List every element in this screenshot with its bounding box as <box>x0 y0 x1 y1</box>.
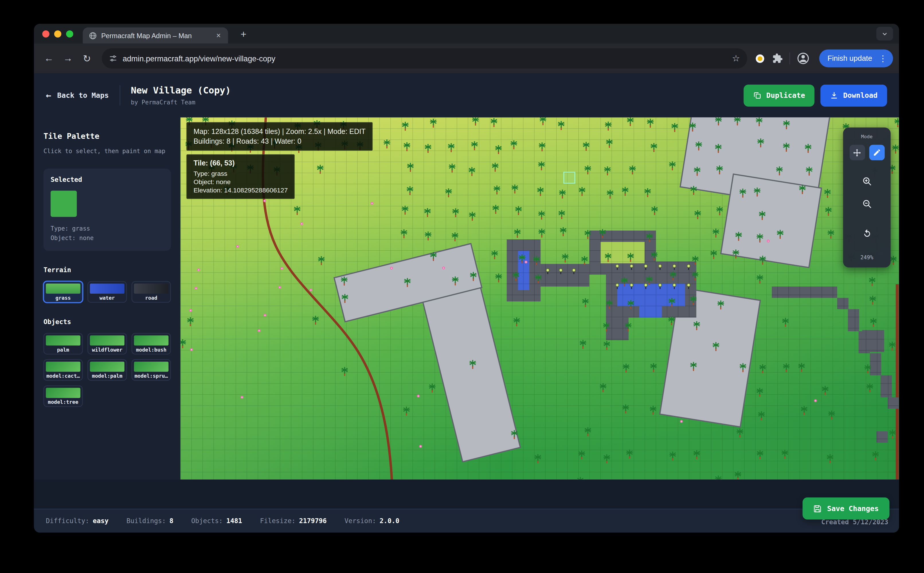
duplicate-label: Duplicate <box>766 91 805 100</box>
objects-value: 1481 <box>226 517 242 525</box>
chevron-down-icon <box>881 30 888 37</box>
extension-badge-icon[interactable] <box>754 53 765 64</box>
app-footer: Created 5/12/2023 Difficulty:easy Buildi… <box>34 479 899 532</box>
profile-avatar-icon[interactable] <box>796 52 810 65</box>
back-to-maps-label: Back to Maps <box>57 91 109 100</box>
permacraft-app: ← Back to Maps New Village (Copy) by Per… <box>34 74 899 533</box>
download-icon <box>830 91 838 100</box>
tile-coords: Tile: (66, 53) <box>194 159 288 168</box>
globe-favicon-icon <box>89 31 97 39</box>
object-button-wildflower[interactable]: wildflower <box>87 333 127 354</box>
tile-object: Object: none <box>194 177 288 186</box>
download-label: Download <box>843 91 877 100</box>
tile-elevation: Elevation: 14.108295288606127 <box>194 186 288 194</box>
selected-type: Type: grass <box>51 225 164 232</box>
object-button-model-palm[interactable]: model:palm <box>87 359 127 381</box>
address-bar[interactable]: admin.permacraft.app/view/new-village-co… <box>102 48 747 69</box>
rotate-ccw-icon <box>862 229 872 239</box>
palette-title: Tile Palette <box>44 132 171 141</box>
tab-search-button[interactable] <box>876 27 893 41</box>
title-block: New Village (Copy) by PermaCraft Team <box>131 85 231 105</box>
save-changes-label: Save Changes <box>827 504 879 512</box>
copy-icon <box>753 91 762 100</box>
terrain-button-water[interactable]: water <box>87 281 127 302</box>
tab-close-icon[interactable]: × <box>214 31 223 40</box>
reset-view-button[interactable] <box>859 226 875 241</box>
zoom-out-button[interactable] <box>859 196 875 211</box>
header-divider <box>120 85 120 105</box>
move-tool-button[interactable] <box>849 145 865 160</box>
map-info-overlay: Map: 128x128 (16384 tiles) | Zoom: 2.5x … <box>186 122 373 151</box>
object-button-model-tree[interactable]: model:tree <box>44 385 83 407</box>
new-tab-button[interactable]: + <box>236 29 251 41</box>
finish-update-label: Finish update <box>827 54 872 63</box>
browser-toolbar: ← → ↻ admin.permacraft.app/view/new-vill… <box>34 44 899 74</box>
terrain-button-road[interactable]: road <box>131 281 171 302</box>
tile-type: Type: grass <box>194 169 288 177</box>
forward-button[interactable]: → <box>59 49 77 67</box>
close-window-button[interactable] <box>42 30 49 37</box>
palette-hint: Click to select, then paint on map <box>44 148 171 154</box>
terrain-section-label: Terrain <box>44 266 171 274</box>
save-changes-button[interactable]: Save Changes <box>803 498 890 520</box>
move-icon <box>853 148 862 157</box>
download-button[interactable]: Download <box>821 84 887 106</box>
finish-update-button[interactable]: Finish update ⋮ <box>819 49 893 67</box>
mode-label: Mode <box>861 134 873 139</box>
back-to-maps-link[interactable]: ← Back to Maps <box>46 90 109 101</box>
version-value: 2.0.0 <box>380 517 400 525</box>
terrain-grid: grass water road <box>44 281 171 302</box>
object-button-model-bush[interactable]: model:bush <box>131 333 171 354</box>
terrain-button-grass[interactable]: grass <box>44 281 83 302</box>
reload-button[interactable]: ↻ <box>78 49 96 67</box>
extensions-area <box>754 52 810 65</box>
extensions-puzzle-icon[interactable] <box>772 53 783 64</box>
app-header: ← Back to Maps New Village (Copy) by Per… <box>34 74 899 117</box>
page-subtitle: by PermaCraft Team <box>131 99 231 105</box>
tile-info-overlay: Tile: (66, 53) Type: grass Object: none … <box>186 154 295 199</box>
selected-label: Selected <box>51 176 164 183</box>
duplicate-button[interactable]: Duplicate <box>744 84 815 106</box>
zoom-window-button[interactable] <box>66 30 73 37</box>
objects-grid: palm wildflower model:bush model:ca <box>44 333 171 407</box>
browser-tab[interactable]: Permacraft Map Admin – Man × <box>83 28 228 44</box>
object-button-palm[interactable]: palm <box>44 333 83 354</box>
map-tool-panel: Mode <box>843 128 890 268</box>
tab-title: Permacraft Map Admin – Man <box>101 32 209 39</box>
back-arrow-icon: ← <box>46 90 51 101</box>
status-bar: Difficulty:easy Buildings:8 Objects:1481… <box>34 509 899 532</box>
object-button-model-cactus[interactable]: model:cact… <box>44 359 83 381</box>
zoom-in-icon <box>862 176 872 186</box>
map-info-line2: Buildings: 8 | Roads: 43 | Water: 0 <box>194 136 365 146</box>
difficulty-value: easy <box>93 517 109 525</box>
back-button[interactable]: ← <box>40 49 58 67</box>
site-settings-icon[interactable] <box>109 54 117 63</box>
map-info-line1: Map: 128x128 (16384 tiles) | Zoom: 2.5x … <box>194 127 365 136</box>
edit-tool-button[interactable] <box>869 145 885 160</box>
tile-cursor <box>564 172 575 183</box>
zoom-level-label: 249% <box>860 254 873 260</box>
grass-swatch <box>46 283 80 294</box>
app-main: Tile Palette Click to select, then paint… <box>34 117 899 479</box>
save-icon <box>813 504 822 512</box>
minimize-window-button[interactable] <box>54 30 61 37</box>
traffic-lights <box>42 30 73 37</box>
bookmark-star-icon[interactable]: ☆ <box>732 53 740 64</box>
selected-swatch <box>51 191 77 217</box>
map-courtyard <box>601 242 645 263</box>
browser-menu-icon[interactable]: ⋮ <box>877 54 889 63</box>
page-title: New Village (Copy) <box>131 85 231 96</box>
filesize-value: 2179796 <box>299 517 326 525</box>
toolbar-divider <box>789 52 790 64</box>
tile-palette-sidebar: Tile Palette Click to select, then paint… <box>34 117 180 479</box>
browser-window: Permacraft Map Admin – Man × + ← → ↻ <box>34 24 899 532</box>
objects-section-label: Objects <box>44 318 171 326</box>
map-canvas[interactable]: Map: 128x128 (16384 tiles) | Zoom: 2.5x … <box>180 117 899 479</box>
zoom-in-button[interactable] <box>859 174 875 189</box>
object-button-model-spruce[interactable]: model:spru… <box>131 359 171 381</box>
tab-strip: Permacraft Map Admin – Man × + <box>34 24 899 44</box>
zoom-out-icon <box>862 199 872 209</box>
buildings-value: 8 <box>169 517 173 525</box>
selected-tile-card: Selected Type: grass Object: none <box>44 169 171 251</box>
pencil-icon <box>872 148 881 157</box>
